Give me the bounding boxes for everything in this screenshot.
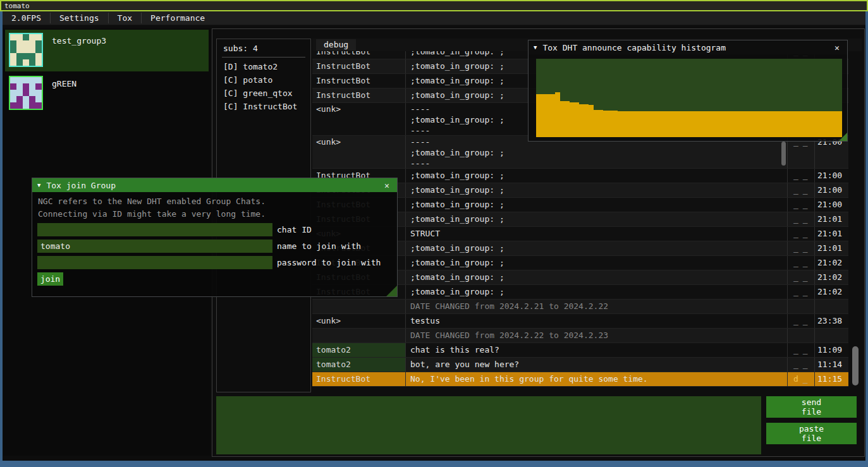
message-flags: __ <box>788 169 815 183</box>
avatar-pixel <box>16 59 23 66</box>
avatar-pixel <box>29 77 35 83</box>
avatar-pixel <box>29 47 35 53</box>
message-flags: __ <box>788 198 815 212</box>
message-author: InstructBot <box>312 88 406 102</box>
avatar-pixel <box>35 47 42 53</box>
avatar-pixel <box>23 77 29 83</box>
menu-item-performance[interactable]: Performance <box>142 11 214 25</box>
histogram-bar <box>641 111 646 137</box>
histogram-bar <box>728 111 733 137</box>
date-changed-text: DATE CHANGED from 2024.2.22 to 2024.2.23 <box>406 329 788 343</box>
date-separator-row: DATE CHANGED from 2024.2.22 to 2024.2.23 <box>312 329 848 343</box>
histogram-bar <box>627 111 632 137</box>
avatar-pixel <box>16 96 23 102</box>
join-password-field[interactable] <box>37 256 272 269</box>
collapse-icon[interactable]: ▼ <box>534 44 537 51</box>
paste-file-button[interactable]: paste file <box>766 423 857 444</box>
message-text: ;tomato_in_group: ; <box>406 241 788 255</box>
histogram-bar <box>670 111 675 137</box>
join-name-field[interactable] <box>37 240 272 253</box>
menu-item-2.0fps[interactable]: 2.0FPS <box>3 11 50 25</box>
message-author: <unk> <box>312 314 406 328</box>
message-flags: __ <box>788 358 815 372</box>
group-item-test_group3[interactable]: test_group3 <box>5 30 209 71</box>
histogram-bar <box>579 104 584 137</box>
avatar-pixel <box>35 40 42 47</box>
message-text: ;tomato_in_group: ; <box>406 198 788 212</box>
avatar-pixel <box>35 77 42 83</box>
send-file-button[interactable]: send file <box>766 396 857 418</box>
message-inner-scrollbar-thumb[interactable] <box>781 142 786 166</box>
message-text: ;tomato_in_group: ; <box>406 169 788 183</box>
avatar-pixel <box>16 77 23 83</box>
message-text: ;tomato_in_group: ; <box>406 270 788 284</box>
histogram-bar <box>713 111 718 137</box>
dht-histogram-titlebar[interactable]: ▼ Tox DHT announce capability histogram … <box>529 40 847 54</box>
message-author: InstructBot <box>312 59 406 73</box>
window-titlebar: tomato <box>0 0 868 11</box>
message-text: STRUCT <box>406 227 788 241</box>
join-group-dialog: ▼ Tox join Group ✕ NGC refers to the New… <box>32 178 398 297</box>
histogram-bar <box>613 111 618 137</box>
avatar-pixel <box>29 102 35 109</box>
menu-item-tox[interactable]: Tox <box>109 11 141 25</box>
histogram-bar <box>536 94 541 137</box>
histogram-bar <box>684 111 689 137</box>
collapse-icon[interactable]: ▼ <box>37 182 40 188</box>
read-flag: _ <box>803 360 808 369</box>
histogram-bar <box>756 111 761 137</box>
histogram-bar <box>766 111 771 137</box>
avatar-pixel <box>29 34 35 40</box>
histogram-bar <box>565 101 570 137</box>
resize-grip-icon[interactable] <box>839 133 847 141</box>
avatar-pixel <box>29 83 35 90</box>
chat-message-row[interactable]: tomato2bot, are you new here?__11:14 <box>312 358 848 372</box>
window-border-bottom <box>0 461 868 467</box>
message-time: 21:02 <box>815 285 848 299</box>
close-icon[interactable]: ✕ <box>382 181 392 190</box>
histogram-bar <box>775 111 780 137</box>
member-list: [D] tomato2[C] potato[C] green_qtox[C] I… <box>217 60 310 113</box>
chat-scrollbar-thumb[interactable] <box>852 346 859 385</box>
group-name: test_group3 <box>52 36 106 45</box>
histogram-bar <box>632 111 637 137</box>
histogram-bar <box>818 111 823 137</box>
histogram-bar <box>551 94 556 137</box>
chat-message-row[interactable]: <unk>testus__23:38 <box>312 314 848 329</box>
member-item-tomato2[interactable]: [D] tomato2 <box>217 60 310 73</box>
avatar-pixel <box>10 47 16 53</box>
histogram-bar <box>584 104 589 137</box>
avatar-pixel <box>10 90 16 96</box>
chat-id-field[interactable] <box>37 223 272 236</box>
message-input[interactable] <box>216 396 761 454</box>
histogram-plot <box>536 59 842 137</box>
member-item-potato[interactable]: [C] potato <box>217 73 310 87</box>
avatar-pixel <box>10 53 16 59</box>
delivery-flag: _ <box>793 171 798 180</box>
member-item-InstructBot[interactable]: [C] InstructBot <box>217 100 310 113</box>
message-author: tomato2 <box>312 343 406 357</box>
time-cell <box>815 329 848 343</box>
histogram-bar <box>689 111 694 137</box>
chat-message-row[interactable]: InstructBotNo, I've been in this group f… <box>312 372 848 387</box>
avatar-pixel <box>23 96 29 102</box>
member-item-green_qtox[interactable]: [C] green_qtox <box>217 87 310 100</box>
delivery-flag: _ <box>793 185 798 195</box>
avatar-pixel <box>23 90 29 96</box>
message-author: InstructBot <box>312 51 406 59</box>
avatar-pixel <box>35 53 42 59</box>
join-button[interactable]: join <box>37 272 63 286</box>
tab-debug[interactable]: debug <box>316 39 356 51</box>
chat-message-row[interactable]: tomato2chat is this real?__11:09 <box>312 343 848 358</box>
histogram-bar <box>833 111 838 137</box>
subs-count: subs: 4 <box>217 39 310 57</box>
menu-item-settings[interactable]: Settings <box>51 11 108 25</box>
group-item-gREEN[interactable]: gREEN <box>5 73 209 114</box>
join-group-titlebar[interactable]: ▼ Tox join Group ✕ <box>32 178 397 192</box>
avatar-pixel <box>29 40 35 47</box>
avatar-pixel <box>16 53 23 59</box>
histogram-bar <box>575 102 580 137</box>
menu-bar: 2.0FPSSettingsToxPerformance <box>3 11 865 25</box>
close-icon[interactable]: ✕ <box>832 43 842 52</box>
resize-grip-icon[interactable] <box>386 286 397 296</box>
